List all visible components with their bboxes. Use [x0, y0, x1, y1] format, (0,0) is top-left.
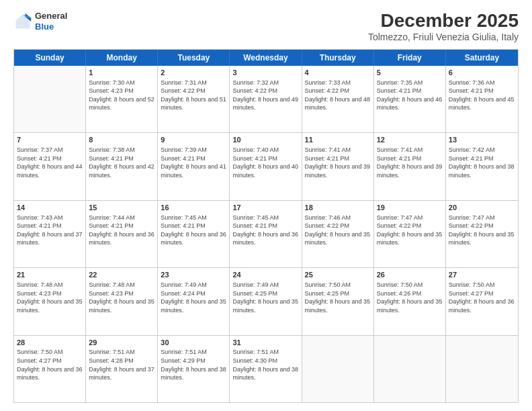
day-number: 10 [232, 135, 298, 145]
day-number: 3 [232, 68, 298, 78]
day-number: 25 [305, 270, 371, 280]
calendar-header-cell: Saturday [446, 50, 518, 66]
day-number: 27 [449, 270, 515, 280]
calendar-header: SundayMondayTuesdayWednesdayThursdayFrid… [14, 50, 518, 66]
day-number: 5 [377, 68, 443, 78]
day-info: Sunrise: 7:41 AMSunset: 4:21 PMDaylight:… [377, 146, 443, 179]
calendar-cell: 18Sunrise: 7:46 AMSunset: 4:22 PMDayligh… [302, 201, 374, 267]
day-info: Sunrise: 7:32 AMSunset: 4:22 PMDaylight:… [232, 79, 298, 112]
day-info: Sunrise: 7:40 AMSunset: 4:21 PMDaylight:… [232, 146, 298, 179]
day-info: Sunrise: 7:51 AMSunset: 4:29 PMDaylight:… [161, 348, 226, 381]
calendar-cell: 21Sunrise: 7:48 AMSunset: 4:23 PMDayligh… [14, 268, 86, 334]
day-info: Sunrise: 7:39 AMSunset: 4:21 PMDaylight:… [161, 146, 226, 179]
day-number: 6 [449, 68, 515, 78]
calendar-cell: 19Sunrise: 7:47 AMSunset: 4:22 PMDayligh… [374, 201, 446, 267]
day-number: 17 [232, 203, 298, 213]
calendar-cell: 12Sunrise: 7:41 AMSunset: 4:21 PMDayligh… [374, 133, 446, 199]
day-number: 13 [449, 135, 515, 145]
day-number: 24 [232, 270, 298, 280]
day-number: 7 [17, 135, 83, 145]
calendar-cell: 31Sunrise: 7:51 AMSunset: 4:30 PMDayligh… [230, 336, 302, 402]
calendar-title: December 2025 [368, 11, 519, 32]
day-info: Sunrise: 7:49 AMSunset: 4:25 PMDaylight:… [232, 281, 298, 314]
calendar-cell: 13Sunrise: 7:42 AMSunset: 4:21 PMDayligh… [446, 133, 518, 199]
day-info: Sunrise: 7:50 AMSunset: 4:26 PMDaylight:… [377, 281, 443, 314]
calendar-cell: 30Sunrise: 7:51 AMSunset: 4:29 PMDayligh… [158, 336, 230, 402]
day-info: Sunrise: 7:30 AMSunset: 4:23 PMDaylight:… [89, 79, 154, 112]
day-info: Sunrise: 7:43 AMSunset: 4:21 PMDaylight:… [17, 214, 83, 247]
calendar-row: 7Sunrise: 7:37 AMSunset: 4:21 PMDaylight… [14, 133, 518, 200]
day-info: Sunrise: 7:31 AMSunset: 4:22 PMDaylight:… [161, 79, 226, 112]
day-number: 1 [89, 68, 154, 78]
day-number: 14 [17, 203, 83, 213]
day-number: 28 [17, 338, 83, 348]
day-number: 23 [161, 270, 226, 280]
calendar-cell [302, 336, 374, 402]
day-number: 9 [161, 135, 226, 145]
day-info: Sunrise: 7:50 AMSunset: 4:27 PMDaylight:… [17, 348, 83, 381]
day-info: Sunrise: 7:51 AMSunset: 4:30 PMDaylight:… [232, 348, 298, 381]
calendar-cell: 26Sunrise: 7:50 AMSunset: 4:26 PMDayligh… [374, 268, 446, 334]
page: General Blue December 2025 Tolmezzo, Fri… [0, 0, 532, 411]
day-info: Sunrise: 7:44 AMSunset: 4:21 PMDaylight:… [89, 214, 154, 247]
calendar-header-cell: Monday [86, 50, 158, 66]
calendar-header-cell: Sunday [14, 50, 86, 66]
logo-blue-text: Blue [35, 21, 67, 32]
day-number: 2 [161, 68, 226, 78]
title-block: December 2025 Tolmezzo, Friuli Venezia G… [368, 11, 519, 42]
calendar-cell: 2Sunrise: 7:31 AMSunset: 4:22 PMDaylight… [158, 66, 230, 132]
day-number: 19 [377, 203, 443, 213]
day-info: Sunrise: 7:47 AMSunset: 4:22 PMDaylight:… [449, 214, 515, 247]
calendar-cell: 24Sunrise: 7:49 AMSunset: 4:25 PMDayligh… [230, 268, 302, 334]
calendar-cell: 3Sunrise: 7:32 AMSunset: 4:22 PMDaylight… [230, 66, 302, 132]
day-info: Sunrise: 7:50 AMSunset: 4:25 PMDaylight:… [305, 281, 371, 314]
day-number: 26 [377, 270, 443, 280]
calendar-row: 1Sunrise: 7:30 AMSunset: 4:23 PMDaylight… [14, 66, 518, 133]
calendar-cell: 29Sunrise: 7:51 AMSunset: 4:28 PMDayligh… [86, 336, 158, 402]
logo-general-text: General [35, 11, 67, 21]
day-info: Sunrise: 7:48 AMSunset: 4:23 PMDaylight:… [89, 281, 154, 314]
calendar-cell: 14Sunrise: 7:43 AMSunset: 4:21 PMDayligh… [14, 201, 86, 267]
day-number: 16 [161, 203, 226, 213]
calendar-cell: 1Sunrise: 7:30 AMSunset: 4:23 PMDaylight… [86, 66, 158, 132]
calendar-header-cell: Wednesday [230, 50, 302, 66]
calendar-cell: 8Sunrise: 7:38 AMSunset: 4:21 PMDaylight… [86, 133, 158, 199]
day-number: 21 [17, 270, 83, 280]
calendar-row: 28Sunrise: 7:50 AMSunset: 4:27 PMDayligh… [14, 336, 518, 402]
header: General Blue December 2025 Tolmezzo, Fri… [13, 11, 519, 42]
calendar-header-cell: Friday [374, 50, 446, 66]
calendar-cell: 16Sunrise: 7:45 AMSunset: 4:21 PMDayligh… [158, 201, 230, 267]
day-info: Sunrise: 7:45 AMSunset: 4:21 PMDaylight:… [161, 214, 226, 247]
day-number: 18 [305, 203, 371, 213]
calendar-cell [446, 336, 518, 402]
calendar-cell: 11Sunrise: 7:41 AMSunset: 4:21 PMDayligh… [302, 133, 374, 199]
day-number: 12 [377, 135, 443, 145]
day-info: Sunrise: 7:33 AMSunset: 4:22 PMDaylight:… [305, 79, 371, 112]
calendar-cell: 23Sunrise: 7:49 AMSunset: 4:24 PMDayligh… [158, 268, 230, 334]
calendar-cell: 25Sunrise: 7:50 AMSunset: 4:25 PMDayligh… [302, 268, 374, 334]
calendar-cell: 28Sunrise: 7:50 AMSunset: 4:27 PMDayligh… [14, 336, 86, 402]
day-number: 30 [161, 338, 226, 348]
calendar: SundayMondayTuesdayWednesdayThursdayFrid… [13, 49, 519, 403]
day-number: 8 [89, 135, 154, 145]
day-number: 29 [89, 338, 154, 348]
calendar-cell: 10Sunrise: 7:40 AMSunset: 4:21 PMDayligh… [230, 133, 302, 199]
calendar-cell: 7Sunrise: 7:37 AMSunset: 4:21 PMDaylight… [14, 133, 86, 199]
day-info: Sunrise: 7:36 AMSunset: 4:21 PMDaylight:… [449, 79, 515, 112]
logo-text: General Blue [35, 11, 67, 32]
calendar-cell: 4Sunrise: 7:33 AMSunset: 4:22 PMDaylight… [302, 66, 374, 132]
calendar-cell: 9Sunrise: 7:39 AMSunset: 4:21 PMDaylight… [158, 133, 230, 199]
calendar-header-cell: Tuesday [158, 50, 230, 66]
day-info: Sunrise: 7:38 AMSunset: 4:21 PMDaylight:… [89, 146, 154, 179]
day-info: Sunrise: 7:47 AMSunset: 4:22 PMDaylight:… [377, 214, 443, 247]
calendar-cell: 17Sunrise: 7:45 AMSunset: 4:21 PMDayligh… [230, 201, 302, 267]
logo: General Blue [13, 11, 67, 32]
calendar-body: 1Sunrise: 7:30 AMSunset: 4:23 PMDaylight… [14, 66, 518, 402]
calendar-cell: 27Sunrise: 7:50 AMSunset: 4:27 PMDayligh… [446, 268, 518, 334]
day-info: Sunrise: 7:45 AMSunset: 4:21 PMDaylight:… [232, 214, 298, 247]
calendar-cell: 5Sunrise: 7:35 AMSunset: 4:21 PMDaylight… [374, 66, 446, 132]
calendar-cell [14, 66, 86, 132]
calendar-row: 21Sunrise: 7:48 AMSunset: 4:23 PMDayligh… [14, 268, 518, 335]
calendar-cell: 22Sunrise: 7:48 AMSunset: 4:23 PMDayligh… [86, 268, 158, 334]
calendar-header-cell: Thursday [302, 50, 374, 66]
